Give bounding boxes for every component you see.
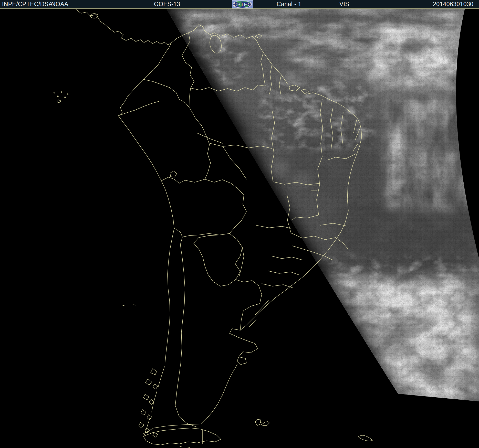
map-frame-line <box>0 8 479 9</box>
scan-south-edge <box>0 394 479 448</box>
band-label: VIS <box>339 1 349 8</box>
agency-label: NOAA <box>51 1 68 8</box>
channel-label: Canal - 1 <box>277 1 301 8</box>
satellite-label: GOES-13 <box>154 1 180 8</box>
timestamp-label: 201406301030 <box>433 1 473 8</box>
logo-text: CPTEC <box>233 2 251 7</box>
cptec-logo: CPTEC <box>232 0 253 8</box>
satellite-image: GOES-13 visible channel satellite image … <box>0 0 479 448</box>
source-label: INPE/CPTEC/DSA <box>2 1 53 8</box>
